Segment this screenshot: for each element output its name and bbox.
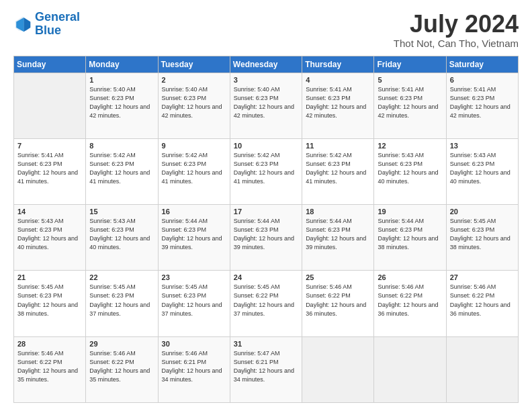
day-number: 19 <box>378 208 442 216</box>
calendar-day-header: Sunday <box>14 56 86 73</box>
cell-info: Sunrise: 5:45 AMSunset: 6:23 PMDaylight:… <box>450 217 515 252</box>
calendar-cell: 4Sunrise: 5:41 AMSunset: 6:23 PMDaylight… <box>302 73 374 138</box>
calendar-day-header: Friday <box>374 56 446 73</box>
logo-general: General <box>35 10 80 24</box>
day-number: 16 <box>162 208 226 216</box>
day-number: 22 <box>89 273 154 281</box>
cell-info: Sunrise: 5:47 AMSunset: 6:21 PMDaylight:… <box>234 349 298 384</box>
day-number: 3 <box>234 76 298 84</box>
calendar-cell: 7Sunrise: 5:41 AMSunset: 6:23 PMDaylight… <box>14 138 86 204</box>
cell-info: Sunrise: 5:46 AMSunset: 6:21 PMDaylight:… <box>162 349 226 384</box>
day-number: 1 <box>89 76 154 84</box>
calendar-cell: 28Sunrise: 5:46 AMSunset: 6:22 PMDayligh… <box>14 336 86 402</box>
cell-info: Sunrise: 5:42 AMSunset: 6:23 PMDaylight:… <box>234 151 298 186</box>
cell-info: Sunrise: 5:42 AMSunset: 6:23 PMDaylight:… <box>162 151 226 186</box>
calendar-cell: 1Sunrise: 5:40 AMSunset: 6:23 PMDaylight… <box>86 73 158 138</box>
title-block: July 2024 Thot Not, Can Tho, Vietnam <box>394 11 519 49</box>
day-number: 31 <box>234 340 298 348</box>
day-number: 9 <box>162 142 226 150</box>
cell-info: Sunrise: 5:43 AMSunset: 6:23 PMDaylight:… <box>17 217 82 252</box>
calendar-cell: 2Sunrise: 5:40 AMSunset: 6:23 PMDaylight… <box>158 73 230 138</box>
cell-info: Sunrise: 5:44 AMSunset: 6:23 PMDaylight:… <box>378 217 442 252</box>
day-number: 7 <box>17 142 82 150</box>
day-number: 27 <box>450 273 515 281</box>
day-number: 17 <box>234 208 298 216</box>
logo-icon <box>13 15 32 34</box>
day-number: 21 <box>17 273 82 281</box>
cell-info: Sunrise: 5:41 AMSunset: 6:23 PMDaylight:… <box>450 85 515 120</box>
location: Thot Not, Can Tho, Vietnam <box>394 38 519 49</box>
cell-info: Sunrise: 5:44 AMSunset: 6:23 PMDaylight:… <box>306 217 370 252</box>
day-number: 10 <box>234 142 298 150</box>
calendar-week-row: 7Sunrise: 5:41 AMSunset: 6:23 PMDaylight… <box>14 138 519 204</box>
calendar-cell: 13Sunrise: 5:43 AMSunset: 6:23 PMDayligh… <box>446 138 518 204</box>
cell-info: Sunrise: 5:41 AMSunset: 6:23 PMDaylight:… <box>306 85 370 120</box>
month-year: July 2024 <box>394 11 519 38</box>
cell-info: Sunrise: 5:43 AMSunset: 6:23 PMDaylight:… <box>378 151 442 186</box>
day-number: 20 <box>450 208 515 216</box>
calendar-cell: 27Sunrise: 5:46 AMSunset: 6:22 PMDayligh… <box>446 271 518 336</box>
cell-info: Sunrise: 5:43 AMSunset: 6:23 PMDaylight:… <box>450 151 515 186</box>
calendar-cell <box>302 336 374 402</box>
calendar-cell: 16Sunrise: 5:44 AMSunset: 6:23 PMDayligh… <box>158 205 230 271</box>
calendar-cell: 30Sunrise: 5:46 AMSunset: 6:21 PMDayligh… <box>158 336 230 402</box>
calendar-day-header: Saturday <box>446 56 518 73</box>
cell-info: Sunrise: 5:45 AMSunset: 6:23 PMDaylight:… <box>89 283 154 318</box>
calendar-cell: 22Sunrise: 5:45 AMSunset: 6:23 PMDayligh… <box>86 271 158 336</box>
cell-info: Sunrise: 5:44 AMSunset: 6:23 PMDaylight:… <box>162 217 226 252</box>
cell-info: Sunrise: 5:44 AMSunset: 6:23 PMDaylight:… <box>234 217 298 252</box>
cell-info: Sunrise: 5:41 AMSunset: 6:23 PMDaylight:… <box>17 151 82 186</box>
day-number: 14 <box>17 208 82 216</box>
cell-info: Sunrise: 5:40 AMSunset: 6:23 PMDaylight:… <box>234 85 298 120</box>
cell-info: Sunrise: 5:46 AMSunset: 6:22 PMDaylight:… <box>89 349 154 384</box>
header: General Blue July 2024 Thot Not, Can Tho… <box>13 11 519 49</box>
calendar-cell: 31Sunrise: 5:47 AMSunset: 6:21 PMDayligh… <box>230 336 302 402</box>
calendar-week-row: 21Sunrise: 5:45 AMSunset: 6:23 PMDayligh… <box>14 271 519 336</box>
calendar-day-header: Thursday <box>302 56 374 73</box>
day-number: 6 <box>450 76 515 84</box>
cell-info: Sunrise: 5:46 AMSunset: 6:22 PMDaylight:… <box>450 283 515 318</box>
day-number: 12 <box>378 142 442 150</box>
cell-info: Sunrise: 5:46 AMSunset: 6:22 PMDaylight:… <box>17 349 82 384</box>
calendar-cell: 3Sunrise: 5:40 AMSunset: 6:23 PMDaylight… <box>230 73 302 138</box>
day-number: 18 <box>306 208 370 216</box>
calendar-cell: 29Sunrise: 5:46 AMSunset: 6:22 PMDayligh… <box>86 336 158 402</box>
page: General Blue July 2024 Thot Not, Can Tho… <box>0 0 532 411</box>
day-number: 11 <box>306 142 370 150</box>
calendar-table: SundayMondayTuesdayWednesdayThursdayFrid… <box>13 56 519 403</box>
calendar-cell: 10Sunrise: 5:42 AMSunset: 6:23 PMDayligh… <box>230 138 302 204</box>
calendar-cell: 26Sunrise: 5:46 AMSunset: 6:22 PMDayligh… <box>374 271 446 336</box>
calendar-cell: 18Sunrise: 5:44 AMSunset: 6:23 PMDayligh… <box>302 205 374 271</box>
day-number: 8 <box>89 142 154 150</box>
day-number: 29 <box>89 340 154 348</box>
calendar-header-row: SundayMondayTuesdayWednesdayThursdayFrid… <box>14 56 519 73</box>
day-number: 15 <box>89 208 154 216</box>
cell-info: Sunrise: 5:46 AMSunset: 6:22 PMDaylight:… <box>378 283 442 318</box>
day-number: 24 <box>234 273 298 281</box>
day-number: 30 <box>162 340 226 348</box>
calendar-cell: 24Sunrise: 5:45 AMSunset: 6:22 PMDayligh… <box>230 271 302 336</box>
cell-info: Sunrise: 5:46 AMSunset: 6:22 PMDaylight:… <box>306 283 370 318</box>
day-number: 23 <box>162 273 226 281</box>
calendar-week-row: 14Sunrise: 5:43 AMSunset: 6:23 PMDayligh… <box>14 205 519 271</box>
calendar-cell: 21Sunrise: 5:45 AMSunset: 6:23 PMDayligh… <box>14 271 86 336</box>
calendar-cell <box>446 336 518 402</box>
svg-marker-3 <box>16 17 24 32</box>
cell-info: Sunrise: 5:41 AMSunset: 6:23 PMDaylight:… <box>378 85 442 120</box>
cell-info: Sunrise: 5:45 AMSunset: 6:23 PMDaylight:… <box>17 283 82 318</box>
calendar-cell: 14Sunrise: 5:43 AMSunset: 6:23 PMDayligh… <box>14 205 86 271</box>
day-number: 5 <box>378 76 442 84</box>
cell-info: Sunrise: 5:45 AMSunset: 6:23 PMDaylight:… <box>162 283 226 318</box>
calendar-cell: 20Sunrise: 5:45 AMSunset: 6:23 PMDayligh… <box>446 205 518 271</box>
calendar-cell: 15Sunrise: 5:43 AMSunset: 6:23 PMDayligh… <box>86 205 158 271</box>
calendar-week-row: 1Sunrise: 5:40 AMSunset: 6:23 PMDaylight… <box>14 73 519 138</box>
calendar-cell: 19Sunrise: 5:44 AMSunset: 6:23 PMDayligh… <box>374 205 446 271</box>
calendar-cell: 9Sunrise: 5:42 AMSunset: 6:23 PMDaylight… <box>158 138 230 204</box>
logo-blue: Blue <box>35 24 80 38</box>
calendar-cell <box>374 336 446 402</box>
day-number: 13 <box>450 142 515 150</box>
calendar-day-header: Tuesday <box>158 56 230 73</box>
cell-info: Sunrise: 5:43 AMSunset: 6:23 PMDaylight:… <box>89 217 154 252</box>
calendar-week-row: 28Sunrise: 5:46 AMSunset: 6:22 PMDayligh… <box>14 336 519 402</box>
calendar-cell: 25Sunrise: 5:46 AMSunset: 6:22 PMDayligh… <box>302 271 374 336</box>
